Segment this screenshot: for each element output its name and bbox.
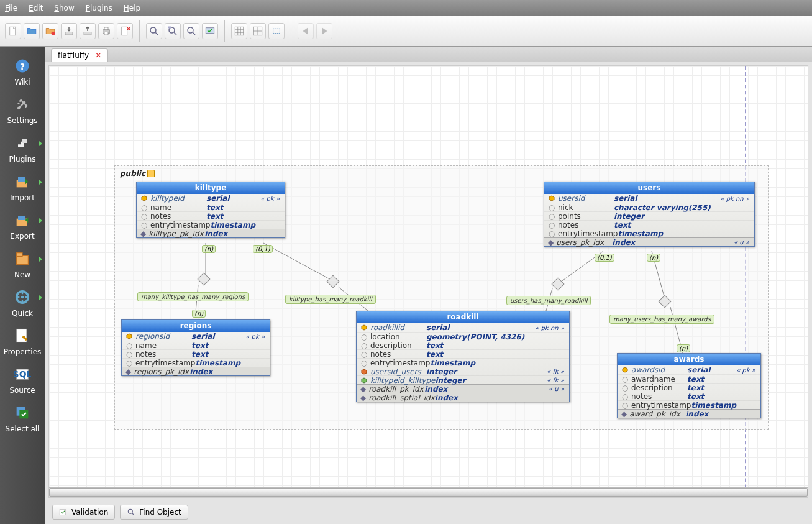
sidebar-settings[interactable]: Settings (4, 91, 41, 127)
column-row[interactable]: ○nametext (137, 203, 285, 211)
index-type: index (189, 367, 266, 376)
menu-help[interactable]: Help (124, 4, 140, 12)
menu-plugins[interactable]: Plugins (86, 4, 112, 12)
tb-nav-next[interactable] (316, 23, 332, 39)
column-row[interactable]: ○notestext (544, 220, 754, 229)
sidebar-wiki[interactable]: ?Wiki (4, 53, 41, 89)
tb-nav-prev[interactable] (298, 23, 314, 39)
svg-marker-24 (303, 27, 308, 34)
diagram-canvas[interactable]: public (49, 66, 808, 498)
sidebar-selectall[interactable]: Select all (4, 400, 41, 436)
entity-killtype[interactable]: killtypekilltypeidserial« pk »○nametext○… (136, 182, 285, 238)
submenu-arrow-icon (39, 218, 42, 223)
settings-icon (12, 94, 33, 115)
tb-import[interactable] (61, 23, 77, 39)
tb-new-file[interactable] (5, 23, 21, 39)
relationship-label[interactable]: killtype_has_many_roadkill (285, 295, 376, 304)
index-icon: ◆ (621, 410, 627, 418)
column-row[interactable]: usersid_usersinteger« fk » (357, 367, 569, 375)
sidebar-plugins[interactable]: Plugins (4, 130, 41, 166)
tb-open-folder-recent[interactable] (42, 23, 58, 39)
column-row[interactable]: killtypeidserial« pk » (137, 194, 285, 203)
column-row[interactable]: ○notestext (357, 349, 569, 358)
column-row[interactable]: ○nametext (122, 341, 270, 349)
sidebar-new[interactable]: New (4, 246, 41, 282)
column-row[interactable]: roadkillidserial« pk nn » (357, 323, 569, 332)
findobject-button[interactable]: Find Object (120, 505, 188, 520)
svg-point-28 (17, 107, 21, 110)
svg-point-1 (52, 31, 55, 35)
tb-export[interactable] (80, 23, 96, 39)
sidebar-properties[interactable]: Properties (4, 323, 41, 359)
null-icon: ○ (621, 384, 629, 392)
column-row[interactable]: ○awardnametext (618, 374, 760, 383)
sidebar-quick[interactable]: Quick (4, 284, 41, 320)
tb-open-folder[interactable] (24, 23, 40, 39)
tb-zoom-reset[interactable] (183, 23, 199, 39)
column-row[interactable]: ○nickcharacter varying(255) (544, 203, 754, 211)
horizontal-scrollbar[interactable] (49, 487, 808, 497)
column-row[interactable]: ○descriptiontext (618, 383, 760, 392)
tb-zoom-fit[interactable] (165, 23, 181, 39)
entity-regions[interactable]: regionsregionsidserial« pk »○nametext○no… (121, 319, 270, 376)
column-row[interactable]: ○pointsinteger (544, 211, 754, 220)
column-row[interactable]: ○entrytimestamptimestamp (137, 220, 285, 229)
column-row[interactable]: usersidserial« pk nn » (544, 194, 754, 203)
entity-awards[interactable]: awardsawardsidserial« pk »○awardnametext… (617, 353, 761, 418)
column-name: nick (558, 203, 614, 212)
sidebar-import[interactable]: Import (4, 168, 41, 205)
column-row[interactable]: ○entrytimestamptimestamp (122, 358, 270, 367)
column-constraint: « pk » (260, 195, 281, 202)
column-row[interactable]: killtypeid_killtypeinteger« fk » (357, 375, 569, 384)
column-row[interactable]: ○notestext (618, 392, 760, 400)
tab-close-icon[interactable]: ✕ (95, 51, 101, 60)
schema-title: public (120, 168, 155, 178)
tb-file-removed[interactable]: × (117, 23, 133, 39)
column-row[interactable]: regionsidserial« pk » (122, 332, 270, 341)
column-type: timestamp (210, 221, 281, 229)
column-row[interactable]: ○locationgeometry(POINT, 4326) (357, 332, 569, 341)
menu-show[interactable]: Show (54, 4, 74, 12)
relationship-label[interactable]: users_has_many_roadkill (506, 296, 591, 305)
column-row[interactable]: ○notestext (122, 349, 270, 358)
index-row[interactable]: ◆killtype_pk_idxindex (137, 229, 285, 237)
sidebar-export[interactable]: Export (4, 207, 41, 243)
menu-edit[interactable]: Edit (29, 4, 43, 12)
index-row[interactable]: ◆award_pk_idxindex (618, 409, 760, 418)
index-row[interactable]: ◆roadkill_pk_idxindex« u » (357, 384, 569, 393)
tb-select-rect[interactable] (268, 23, 285, 39)
tb-print[interactable] (98, 23, 114, 39)
relationship-label[interactable]: many_users_has_many_awards (609, 315, 714, 324)
wiki-icon: ? (12, 55, 33, 76)
entity-roadkill[interactable]: roadkillroadkillidserial« pk nn »○locati… (356, 311, 570, 402)
column-type: serial (426, 323, 535, 332)
null-icon: ○ (621, 392, 629, 401)
index-name: roadkill_sptial_idx (368, 393, 435, 402)
null-icon: ○ (621, 375, 629, 384)
svg-rect-34 (17, 255, 29, 264)
svg-point-7 (150, 27, 156, 33)
model-tab[interactable]: flatfluffy ✕ (51, 48, 108, 62)
column-row[interactable]: ○descriptiontext (357, 341, 569, 349)
tb-zoom[interactable] (146, 23, 162, 39)
validation-button[interactable]: Validation (52, 505, 115, 520)
menu-file[interactable]: File (5, 4, 17, 12)
tb-grid-small[interactable] (250, 23, 266, 39)
index-row[interactable]: ◆roadkill_sptial_idxindex (357, 393, 569, 402)
entity-users[interactable]: usersusersidserial« pk nn »○nickcharacte… (544, 182, 755, 247)
sidebar-source[interactable]: SQLSource (4, 361, 41, 397)
column-row[interactable]: ○entrytimestamptimestamp (544, 229, 754, 237)
column-row[interactable]: ○notestext (137, 211, 285, 220)
index-row[interactable]: ◆regions_pk_idxindex (122, 367, 270, 375)
column-row[interactable]: awardsidserial« pk » (618, 365, 760, 374)
column-name: roadkillid (370, 323, 426, 332)
null-icon: ○ (125, 350, 133, 359)
svg-point-39 (22, 336, 25, 339)
index-row[interactable]: ◆users_pk_idxindex« u » (544, 237, 754, 246)
tb-validate[interactable] (202, 23, 218, 39)
column-row[interactable]: ○entrytimestamptimestamp (618, 400, 760, 409)
relationship-label[interactable]: many_killtype_has_many_regions (137, 292, 249, 301)
column-row[interactable]: ○entrytimestamptimestamp (357, 358, 569, 367)
tb-grid-large[interactable] (231, 23, 247, 39)
column-name: notes (370, 350, 426, 359)
